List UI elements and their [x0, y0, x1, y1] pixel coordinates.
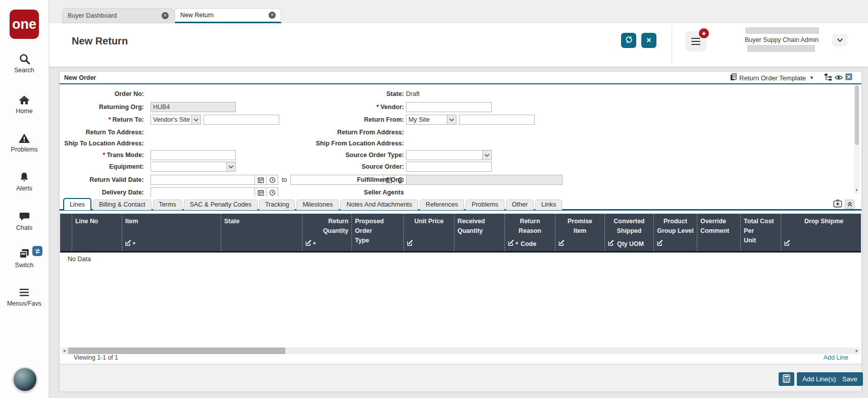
table-horizontal-scrollbar[interactable]: ◂ ▸ — [62, 347, 859, 354]
calendar-icon[interactable] — [254, 188, 266, 196]
sidebar-item-label: Menus/Favs — [7, 300, 41, 307]
collapse-panel-button[interactable] — [845, 200, 854, 209]
window-tab-buyer-dashboard[interactable]: Buyer Dashboard× — [62, 8, 174, 23]
return-from-input[interactable] — [459, 115, 535, 125]
trans-mode-label: *Trans Mode: — [60, 150, 144, 160]
order-card: New Order Return Order Template ▼ Order … — [60, 72, 861, 391]
panel-title: New Order — [64, 74, 96, 81]
template-caret-icon[interactable]: ▼ — [809, 75, 814, 80]
equipment-label: Equipment: — [60, 162, 144, 172]
return-to-select[interactable]: Vendor's Site — [150, 115, 201, 125]
sidebar-item-chats[interactable]: Chats — [0, 210, 48, 231]
chevron-down-icon — [837, 36, 843, 44]
sidebar-item-search[interactable]: Search — [0, 53, 48, 74]
edit-column-icon — [608, 239, 615, 249]
lines-table-header: Line NoItem*StateReturnQuantity*Proposed… — [60, 214, 861, 253]
subtab-lines[interactable]: Lines — [63, 198, 91, 210]
return-to-label: *Return To: — [60, 115, 144, 125]
source-order-label: Source Order: — [272, 162, 404, 172]
add-line-link[interactable]: Add Line — [824, 354, 848, 361]
add-lines-button[interactable]: Add Line(s) — [797, 372, 841, 386]
return-valid-date-from-input[interactable] — [151, 175, 254, 184]
column-header-unit-price[interactable]: Unit Price — [403, 214, 454, 251]
sidebar-item-problems[interactable]: Problems — [0, 132, 48, 153]
delivery-date-label: Delivery Date: — [60, 187, 144, 196]
calculator-button[interactable] — [779, 372, 794, 386]
column-header-product-group-level[interactable]: ProductGroup Level — [653, 214, 697, 251]
column-header-state[interactable]: State — [221, 214, 302, 251]
column-header-override-comment[interactable]: OverrideComment — [697, 214, 740, 251]
app-logo[interactable]: one — [10, 10, 39, 39]
subtab-sac-penalty-codes[interactable]: SAC & Penalty Codes — [184, 200, 258, 210]
user-block[interactable]: Buyer Suppy Chain Admin — [741, 26, 822, 52]
returning-org-input[interactable] — [150, 102, 236, 112]
return-from-select[interactable]: My Site — [406, 115, 456, 125]
subtab-tracking[interactable]: Tracking — [259, 200, 295, 210]
alerts-icon — [18, 171, 30, 183]
column-header-proposed-order-type[interactable]: Proposed OrderType — [351, 214, 403, 251]
form-scrollbar-thumb[interactable] — [855, 85, 859, 145]
user-avatar[interactable] — [13, 367, 37, 392]
column-header-received-quantity[interactable]: ReceivedQuantity — [454, 214, 504, 251]
panel-close-icon[interactable] — [845, 73, 852, 82]
tab-close-icon[interactable]: × — [162, 12, 169, 19]
delivery-date-input[interactable] — [151, 188, 254, 196]
column-header-total-cost-per-unit[interactable]: Total Cost PerUnit — [740, 214, 781, 251]
sidebar-item-alerts[interactable]: Alerts — [0, 171, 48, 192]
required-marker: * — [516, 239, 518, 249]
fulfillment-org-input[interactable] — [406, 175, 563, 185]
column-header-return-reason[interactable]: ReturnReason*Code — [504, 214, 555, 251]
sidebar-item-home[interactable]: Home — [0, 93, 48, 115]
user-menu-chevron[interactable] — [832, 34, 847, 46]
template-selector[interactable]: Return Order Template — [739, 74, 806, 82]
source-order-type-select[interactable] — [406, 150, 492, 160]
subtab-milestones[interactable]: Milestones — [296, 200, 339, 210]
select-chevron-icon — [191, 115, 200, 124]
collapse-up-icon — [847, 200, 853, 209]
return-valid-date-from — [150, 175, 278, 185]
window-tab-label: Buyer Dashboard — [68, 12, 117, 19]
subtab-references[interactable]: References — [420, 200, 464, 210]
scroll-down-icon[interactable]: ▾ — [854, 187, 859, 193]
sidebar-item-menus-favs[interactable]: Menus/Favs — [0, 286, 48, 307]
switch-arrows-badge-icon — [32, 246, 42, 256]
return-valid-date-label: Return Valid Date: — [60, 175, 144, 185]
refresh-button[interactable] — [621, 33, 636, 48]
calendar-icon[interactable] — [254, 175, 266, 184]
eye-icon[interactable] — [835, 73, 843, 82]
vendor-input[interactable] — [406, 102, 492, 112]
save-button[interactable]: Save — [837, 372, 863, 386]
edit-column-icon — [407, 239, 414, 249]
required-marker: * — [133, 239, 135, 249]
column-header-item[interactable]: Item* — [122, 214, 221, 251]
select-chevron-icon — [447, 115, 456, 124]
tab-close-icon[interactable]: × — [269, 12, 276, 19]
subtab-terms[interactable]: Terms — [153, 200, 182, 210]
equipment-select[interactable] — [150, 162, 236, 172]
return-to-input[interactable] — [203, 115, 279, 125]
hierarchy-icon[interactable] — [824, 73, 832, 83]
grid-settings-icon[interactable] — [833, 199, 842, 210]
scroll-right-icon[interactable]: ▸ — [854, 347, 859, 354]
sidebar-item-switch[interactable]: Switch — [0, 247, 48, 269]
column-header-promise-item[interactable]: PromiseItem — [555, 214, 604, 251]
source-order-input[interactable] — [406, 162, 492, 172]
scroll-left-icon[interactable]: ◂ — [62, 347, 67, 354]
horizontal-scrollbar-thumb[interactable] — [68, 347, 285, 354]
form-scrollbar[interactable]: ▾ — [854, 84, 859, 193]
menus-icon — [18, 286, 30, 298]
order-no-label: Order No: — [60, 89, 144, 99]
subtab-billing-contact[interactable]: Billing & Contact — [93, 200, 151, 210]
subtab-links[interactable]: Links — [535, 200, 562, 210]
column-header-converted-shipped[interactable]: ConvertedShippedQty UOM — [604, 214, 653, 251]
column-header-line-no[interactable]: Line No — [72, 214, 122, 251]
subtab-notes-and-attachments[interactable]: Notes And Attachments — [340, 200, 418, 210]
subtab-problems[interactable]: Problems — [466, 200, 504, 210]
column-header-return-quantity[interactable]: ReturnQuantity* — [302, 214, 351, 251]
close-button[interactable]: × — [641, 33, 656, 48]
trans-mode-input[interactable] — [150, 150, 236, 160]
window-tab-new-return[interactable]: New Return× — [175, 8, 281, 23]
returning-org-label: Returning Org: — [60, 102, 144, 112]
subtab-other[interactable]: Other — [506, 200, 534, 210]
column-header-drop-shipme[interactable]: Drop Shipme — [781, 214, 861, 251]
